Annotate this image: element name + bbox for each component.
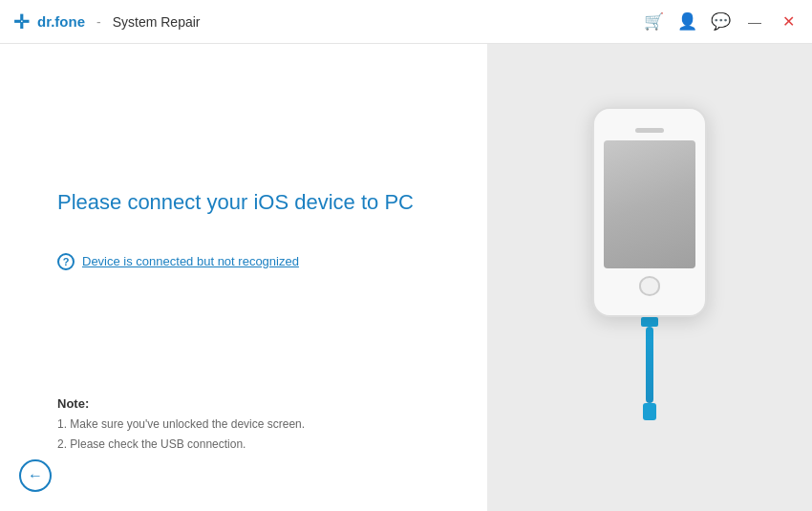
note-item-1: 1. Make sure you've unlocked the device …: [57, 415, 305, 434]
connect-title: Please connect your iOS device to PC: [57, 190, 430, 215]
phone-illustration: [592, 107, 707, 420]
phone-body: [592, 107, 707, 317]
phone-home-button: [639, 276, 660, 295]
chat-icon[interactable]: 💬: [711, 11, 731, 32]
phone-speaker: [635, 128, 664, 133]
phone-screen: [604, 140, 695, 268]
title-bar: ✛ dr.fone - System Repair 🛒 👤 💬 — ✕: [0, 0, 812, 44]
main-content: Please connect your iOS device to PC ? D…: [0, 44, 812, 511]
note-section: Note: 1. Make sure you've unlocked the d…: [57, 396, 305, 454]
title-bar-right: 🛒 👤 💬 — ✕: [644, 11, 799, 32]
help-icon: ?: [57, 253, 75, 270]
cart-icon[interactable]: 🛒: [644, 11, 664, 32]
back-button[interactable]: ←: [19, 459, 52, 492]
logo-text: dr.fone: [37, 13, 85, 30]
device-not-recognized-link[interactable]: Device is connected but not recognized: [82, 254, 299, 268]
note-item-2: 2. Please check the USB connection.: [57, 435, 305, 454]
minimize-button[interactable]: —: [744, 12, 765, 32]
usb-cable: [641, 317, 658, 420]
cable-line: [646, 327, 653, 403]
title-bar-left: ✛ dr.fone - System Repair: [13, 11, 644, 33]
user-icon[interactable]: 👤: [677, 11, 697, 32]
drfone-logo-icon: ✛: [13, 11, 30, 33]
device-link-row: ? Device is connected but not recognized: [57, 253, 430, 270]
close-button[interactable]: ✕: [779, 11, 799, 32]
cable-connector-top: [641, 317, 658, 327]
note-title: Note:: [57, 396, 305, 411]
title-separator: -: [96, 14, 101, 30]
cable-plug: [643, 403, 656, 420]
right-panel: [487, 44, 812, 511]
left-panel: Please connect your iOS device to PC ? D…: [0, 44, 487, 511]
app-title: System Repair: [113, 14, 201, 30]
